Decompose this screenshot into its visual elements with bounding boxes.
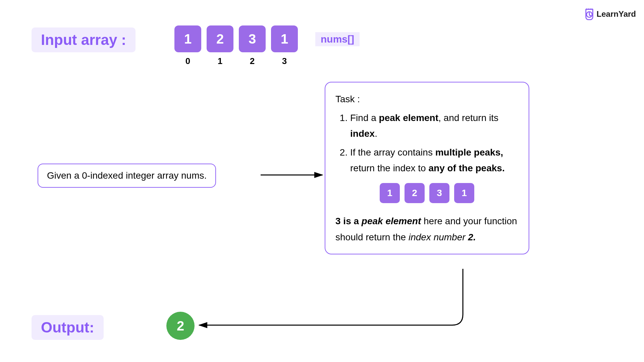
task-cell: 1 — [380, 183, 400, 203]
array-index: 1 — [218, 56, 222, 66]
array-value: 1 — [184, 32, 192, 47]
output-value: 2 — [177, 318, 184, 334]
task-item: If the array contains multiple peaks, re… — [350, 144, 519, 176]
given-text: Given a 0-indexed integer array nums. — [47, 170, 207, 181]
array-value: 2 — [216, 32, 224, 47]
task-array: 1 2 3 1 — [335, 183, 519, 203]
nums-label: nums[] — [315, 32, 360, 46]
task-item: Find a peak element, and return its inde… — [350, 110, 519, 142]
task-cell: 1 — [454, 183, 474, 203]
array-cell: 1 3 — [271, 25, 298, 52]
arrow-given-to-task — [260, 171, 327, 181]
array-value: 3 — [249, 32, 256, 47]
output-value-circle: 2 — [166, 312, 195, 340]
array-cell: 3 2 — [239, 25, 266, 52]
task-title: Task : — [335, 91, 519, 107]
input-array: 1 0 2 1 3 2 1 3 — [174, 25, 298, 52]
task-explanation: 3 is a peak element here and your functi… — [335, 213, 519, 245]
logo: LearnYard — [584, 8, 636, 20]
task-cell: 2 — [405, 183, 425, 203]
array-index: 3 — [282, 56, 287, 66]
given-box: Given a 0-indexed integer array nums. — [38, 164, 216, 188]
array-cell: 2 1 — [207, 25, 233, 52]
array-index: 0 — [185, 56, 190, 66]
task-list: Find a peak element, and return its inde… — [350, 110, 519, 176]
logo-icon — [584, 8, 595, 20]
task-box: Task : Find a peak element, and return i… — [325, 82, 529, 254]
array-cell: 1 0 — [174, 25, 201, 52]
array-value: 1 — [281, 32, 288, 47]
task-cell: 3 — [429, 183, 449, 203]
output-label: Output: — [32, 315, 104, 340]
logo-text: LearnYard — [597, 9, 636, 19]
array-index: 2 — [250, 56, 255, 66]
arrow-task-to-output — [195, 267, 470, 331]
input-array-label: Input array : — [32, 27, 136, 52]
